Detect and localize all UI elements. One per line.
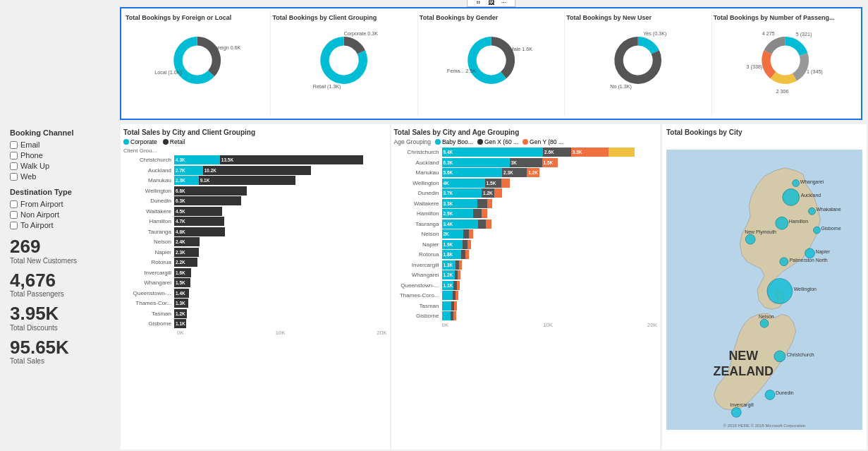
donut-card-2: Total Bookings by GenderMale 1.6KFema...… — [417, 11, 564, 116]
donut-title-1: Total Bookings by Client Grouping — [272, 14, 415, 22]
dest-option-to-airport[interactable]: To Airport — [10, 221, 110, 229]
legend2-dot-1 — [477, 139, 483, 145]
bar2-city-label: Dunedin — [394, 190, 442, 196]
bar-segments: 2.4K — [174, 237, 387, 246]
bar-chart-1-axis: 0K 10K 20K — [123, 330, 387, 336]
bar2-bb: 1.2K — [442, 270, 455, 279]
city-label-new-plymouth: New Plymouth — [745, 229, 776, 235]
donut-cards-container: Total Bookings by Foreign or LocalForeig… — [124, 11, 858, 116]
dashboard: ⠿ 🖼 ··· Total Bookings by Foreign or Loc… — [0, 0, 868, 451]
donut-label-0-0: Foreign 0.6K — [212, 44, 240, 50]
bar-retail: 1.4K — [174, 289, 189, 298]
bar-segments: 2.3K 9.1K — [174, 176, 387, 185]
bar2-bb: 9.4K — [442, 148, 544, 157]
bar2-gx — [473, 209, 482, 218]
booking-option-web[interactable]: Web — [10, 172, 110, 181]
bar-segments: 6.8K — [174, 186, 387, 196]
bar2-city-label: Manukau — [394, 169, 442, 176]
bar2-segments: 2.9K — [442, 209, 658, 218]
donut-segment-3-0 — [638, 37, 659, 54]
bottom-area: Booking Channel EmailPhoneWalk UpWeb Des… — [0, 123, 868, 451]
donut-title-3: Total Bookings by New User — [566, 14, 709, 22]
stat-number: 95.65K — [10, 337, 110, 358]
bar2-gy — [454, 301, 457, 311]
checkbox-Walk Up[interactable] — [10, 162, 18, 170]
dest-option-from-airport[interactable]: From Airport — [10, 200, 110, 208]
bar2-gx — [477, 199, 487, 208]
booking-option-phone[interactable]: Phone — [10, 151, 110, 160]
axis-20k: 20K — [377, 330, 386, 336]
bar2-gy: 1.5K — [542, 158, 558, 167]
bar2-city-label: Nelson — [394, 231, 442, 237]
table-row: Manukau 2.3K 9.1K — [123, 176, 387, 185]
donut-label-0-1: Local (1.0K) — [154, 70, 182, 76]
donut-label-3-1: No (1.3K) — [611, 84, 632, 90]
booking-option-email[interactable]: Email — [10, 140, 110, 149]
bar-segments: 4.3K 13.5K — [174, 155, 387, 164]
checkbox-Phone[interactable] — [10, 152, 18, 160]
bar-city-label: Christchurch — [123, 157, 174, 163]
city-bubble-wellington — [767, 279, 793, 304]
bar-segments: 1.2K — [174, 309, 387, 318]
bar2-segments: 1.9K — [442, 240, 658, 249]
bar2-gy — [458, 270, 460, 279]
donut-segment-4-3 — [762, 50, 776, 78]
bar2-bb: 3.4K — [442, 220, 479, 229]
donut-card-1: Total Bookings by Client GroupingCorpora… — [270, 11, 417, 116]
table-row: Rotorua 2.2K — [123, 258, 387, 267]
bar2-gx: 3K — [510, 158, 542, 167]
axis-10k: 10K — [275, 330, 285, 336]
table-row: Napier 2.3K — [123, 248, 387, 257]
city-label-palmerston-north: Palmerston North — [790, 258, 828, 263]
table-row: Auckland 6.3K 3K 1.5K — [394, 158, 658, 167]
table-row: Whangarei 1.5K — [123, 278, 387, 287]
table-row: Nelson 2.4K — [123, 237, 387, 246]
bar2-gy — [453, 311, 456, 320]
bar-segments: 4.5K — [174, 207, 387, 216]
bar-chart-2-rows: Christchurch 9.4K 2.6K 3.5K Auckland 6.3… — [394, 148, 658, 320]
bar2-bb: 6.3K — [442, 158, 510, 167]
checkbox-Web[interactable] — [10, 173, 18, 181]
city-bubble-napier — [805, 248, 815, 258]
bar-retail: 4.5K — [174, 207, 222, 216]
bar-segments: 4.7K — [174, 217, 387, 226]
bar2-gy — [482, 209, 487, 218]
donut-label-1-1: Retail (1.3K) — [313, 84, 341, 90]
bar-chart-1-legend: CorporateRetail — [123, 138, 387, 145]
donut-card-0: Total Bookings by Foreign or LocalForeig… — [124, 11, 270, 116]
window-controls[interactable]: ⠿ 🖼 ··· — [467, 0, 516, 7]
bar-retail: 2.3K — [174, 248, 199, 257]
donut-label-4-1: 1 (345) — [807, 69, 823, 75]
bar-retail: 1.2K — [174, 309, 187, 318]
bar-city-label: Auckland — [123, 167, 174, 174]
bar2-gy — [487, 199, 493, 208]
legend2-item-2: Gen Y (80 ... — [522, 138, 563, 145]
bar2-city-label: Thames-Coro... — [394, 292, 442, 299]
table-row: Wellington 6.8K — [123, 186, 387, 196]
table-row: Gisborne — [394, 311, 658, 320]
bar2-bb: 1.1K — [442, 281, 454, 290]
bar-city-label: Wellington — [123, 188, 174, 194]
legend-item-Corporate: Corporate — [123, 138, 157, 145]
donut-svg-2: Male 1.6KFema... 2.5K — [420, 23, 563, 97]
dest-checkbox-To Airport[interactable] — [10, 222, 18, 229]
dest-checkbox-From Airport[interactable] — [10, 200, 18, 208]
bar-city-label: Dunedin — [123, 198, 174, 204]
booking-checkboxes: EmailPhoneWalk UpWeb — [10, 140, 110, 181]
donut-segment-4-4 — [764, 37, 785, 54]
donut-card-3: Total Bookings by New UserYes (0.3K)No (… — [564, 11, 711, 116]
city-label-christchurch: Christchurch — [787, 352, 814, 357]
dest-checkbox-Non Airport[interactable] — [10, 211, 18, 219]
table-row: Queenstown-... 1.1K — [394, 281, 658, 290]
checkbox-Email[interactable] — [10, 141, 18, 149]
bar2-bb: 3.7K — [442, 188, 482, 198]
bar-segments: 2.7K 10.2K — [174, 166, 387, 175]
axis2-10k: 10K — [543, 322, 553, 328]
axis2-0k: 0K — [442, 322, 449, 328]
dest-option-non-airport[interactable]: Non Airport — [10, 210, 110, 219]
table-row: Thames-Coro... — [394, 291, 658, 300]
legend2-item-1: Gen X (60 ... — [477, 138, 518, 145]
bar2-gy — [486, 220, 491, 229]
table-row: Christchurch 4.3K 13.5K — [123, 155, 387, 164]
booking-option-walk-up[interactable]: Walk Up — [10, 162, 110, 170]
